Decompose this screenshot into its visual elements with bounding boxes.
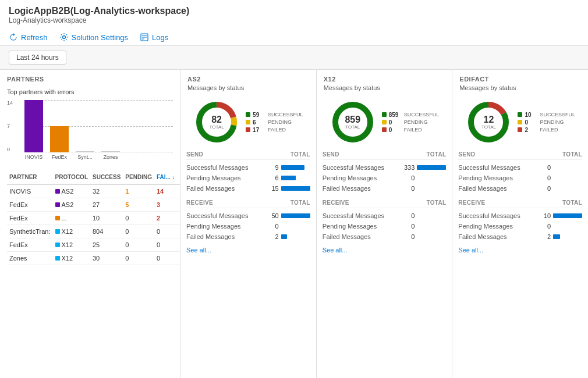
partner-name-0: INOVIS bbox=[7, 184, 53, 198]
as2-failed-val: 17 bbox=[253, 127, 265, 133]
x12-see-all[interactable]: See all... bbox=[323, 242, 447, 256]
x12-receive-total-label: TOTAL bbox=[426, 199, 446, 206]
edifact-total: 12 bbox=[481, 115, 496, 124]
partner-success-1: 27 bbox=[90, 198, 123, 212]
x-label-inovis: INOVIS bbox=[24, 154, 43, 160]
as2-recv-failed-val: 2 bbox=[266, 233, 279, 240]
partner-success-5: 30 bbox=[90, 252, 123, 265]
as2-panel: AS2 Messages by status bbox=[180, 70, 317, 378]
as2-send-success-label: Successful Messages bbox=[186, 164, 266, 171]
x12-subtitle: Messages by status bbox=[317, 84, 452, 96]
col-partner[interactable]: PARTNER bbox=[7, 170, 53, 184]
x12-failed-dot bbox=[382, 127, 387, 132]
time-filter-button[interactable]: Last 24 hours bbox=[9, 51, 66, 65]
as2-see-all[interactable]: See all... bbox=[186, 242, 310, 256]
edifact-recv-pending-label: Pending Messages bbox=[458, 223, 538, 230]
partner-protocol-0: AS2 bbox=[53, 184, 90, 198]
edifact-recv-success-val: 10 bbox=[538, 212, 551, 219]
partner-name-5: Zones bbox=[7, 252, 53, 265]
bar-zones[interactable] bbox=[101, 151, 120, 152]
x12-pending-dot bbox=[382, 120, 387, 124]
edifact-failed-val: 2 bbox=[525, 127, 537, 133]
edifact-send-failed-val: 0 bbox=[538, 185, 551, 192]
bar-fedex[interactable] bbox=[50, 126, 69, 152]
edifact-recv-success-label: Successful Messages bbox=[458, 212, 538, 219]
col-failed[interactable]: FAI... ↓ bbox=[154, 170, 178, 184]
edifact-recv-success-bar bbox=[553, 213, 582, 218]
as2-recv-failed-label: Failed Messages bbox=[186, 233, 266, 240]
partner-failed-2: 2 bbox=[154, 212, 178, 225]
as2-recv-success-label: Successful Messages bbox=[186, 212, 266, 219]
partner-protocol-3: X12 bbox=[53, 225, 90, 238]
solution-settings-button[interactable]: Solution Settings bbox=[59, 33, 129, 42]
refresh-label: Refresh bbox=[21, 33, 48, 42]
edifact-send-failed-label: Failed Messages bbox=[458, 185, 538, 192]
bar-inovis[interactable] bbox=[24, 100, 43, 152]
as2-subtitle: Messages by status bbox=[180, 84, 316, 96]
x12-total-label: TOTAL bbox=[345, 124, 360, 130]
x12-success-text: SUCCESSFUL bbox=[404, 112, 440, 117]
table-row: FedEx X12 25 0 0 bbox=[7, 238, 180, 252]
svg-point-0 bbox=[62, 36, 65, 39]
as2-failed-text: FAILED bbox=[268, 127, 286, 133]
edifact-send-pending-label: Pending Messages bbox=[458, 174, 538, 181]
as2-success-val: 59 bbox=[253, 112, 265, 118]
edifact-success-val: 10 bbox=[525, 112, 537, 118]
page-subtitle: Log-Analytics-workspace bbox=[9, 16, 579, 24]
as2-recv-failed-bar bbox=[281, 234, 287, 239]
as2-send-success-val: 9 bbox=[266, 164, 279, 171]
edifact-send-pending-val: 0 bbox=[538, 174, 551, 181]
x12-donut: 859 TOTAL bbox=[330, 99, 376, 145]
as2-recv-success-bar bbox=[281, 213, 310, 218]
as2-recv-pending-val: 0 bbox=[266, 223, 279, 230]
partner-failed-3: 0 bbox=[154, 225, 178, 238]
edifact-see-all[interactable]: See all... bbox=[458, 242, 582, 256]
x-label-zones: Zones bbox=[101, 154, 120, 160]
settings-icon bbox=[59, 33, 69, 42]
as2-pending-dot bbox=[246, 120, 250, 124]
partner-failed-4: 0 bbox=[154, 238, 178, 252]
x12-recv-success-label: Successful Messages bbox=[323, 212, 402, 219]
refresh-button[interactable]: Refresh bbox=[9, 33, 48, 42]
edifact-recv-pending-val: 0 bbox=[538, 223, 551, 230]
partners-table: PARTNER PROTOCOL SUCCESS PENDING FAI... … bbox=[7, 170, 180, 265]
refresh-icon bbox=[9, 33, 18, 42]
as2-pending-text: PENDING bbox=[268, 119, 292, 125]
col-search[interactable] bbox=[178, 170, 180, 184]
x12-success-val: 859 bbox=[389, 112, 402, 118]
logs-icon bbox=[140, 33, 149, 42]
as2-send-failed-bar bbox=[281, 186, 310, 191]
edifact-panel: EDIFACT Messages by status 12 TOTAL bbox=[452, 70, 588, 378]
col-protocol[interactable]: PROTOCOL bbox=[53, 170, 90, 184]
col-success[interactable]: SUCCESS bbox=[90, 170, 123, 184]
edifact-title: EDIFACT bbox=[452, 70, 588, 84]
x12-send-label: SEND bbox=[323, 151, 339, 158]
solution-settings-label: Solution Settings bbox=[72, 33, 129, 42]
bar-synt[interactable] bbox=[76, 151, 94, 152]
col-pending[interactable]: PENDING bbox=[123, 170, 154, 184]
as2-send-pending-label: Pending Messages bbox=[186, 174, 266, 181]
as2-success-dot bbox=[246, 112, 250, 117]
edifact-send-success-val: 0 bbox=[538, 164, 551, 171]
edifact-donut: 12 TOTAL bbox=[465, 99, 512, 145]
x12-send-success-val: 333 bbox=[402, 164, 415, 171]
edifact-recv-failed-label: Failed Messages bbox=[458, 233, 538, 240]
partner-protocol-4: X12 bbox=[53, 238, 90, 252]
table-row: FedEx ... 10 0 2 bbox=[7, 212, 180, 225]
partner-name-4: FedEx bbox=[7, 238, 53, 252]
edifact-recv-failed-bar bbox=[553, 234, 560, 239]
partner-pending-4: 0 bbox=[123, 238, 154, 252]
as2-total: 82 bbox=[210, 115, 224, 124]
x12-recv-pending-val: 0 bbox=[402, 223, 415, 230]
as2-receive-total-label: TOTAL bbox=[291, 199, 310, 206]
edifact-total-label: TOTAL bbox=[481, 124, 496, 130]
edifact-send-success-label: Successful Messages bbox=[458, 164, 538, 171]
logs-button[interactable]: Logs bbox=[140, 33, 168, 42]
partner-success-4: 25 bbox=[90, 238, 123, 252]
table-row: FedEx AS2 27 5 3 bbox=[7, 198, 180, 212]
partner-success-3: 804 bbox=[90, 225, 123, 238]
edifact-receive-total-label: TOTAL bbox=[562, 199, 582, 206]
as2-send-pending-bar bbox=[281, 176, 296, 180]
x12-send-success-bar bbox=[417, 165, 446, 170]
as2-send-success-bar bbox=[281, 165, 304, 170]
